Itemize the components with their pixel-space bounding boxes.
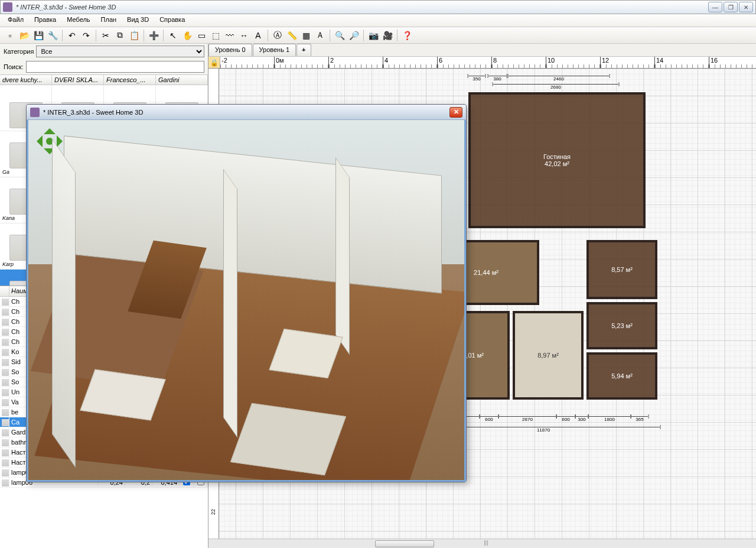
view3d-titlebar[interactable]: * INTER_3.sh3d - Sweet Home 3D ✕ bbox=[27, 105, 466, 120]
row-icon bbox=[0, 458, 9, 466]
room-5[interactable]: 5,23 м² bbox=[586, 302, 657, 349]
new-file-icon[interactable]: ▫ bbox=[4, 29, 17, 42]
dim-b-6: 365 bbox=[631, 416, 648, 423]
room-living[interactable]: Гостиная 42,02 м² bbox=[468, 92, 646, 228]
toolbar-separator bbox=[268, 30, 268, 41]
ruler-tick-6: 10 bbox=[546, 57, 601, 68]
numbers-icon[interactable]: Ⓐ bbox=[271, 29, 284, 42]
row-icon bbox=[0, 317, 9, 326]
toolbar-separator bbox=[397, 30, 397, 41]
level-tabs: Уровень 0 Уровень 1 + bbox=[208, 44, 756, 57]
menu-правка[interactable]: Правка bbox=[29, 14, 61, 27]
row-icon bbox=[0, 357, 9, 366]
video-icon[interactable]: 🎥 bbox=[381, 29, 394, 42]
add-furniture-icon[interactable]: ➕ bbox=[147, 29, 160, 42]
room-icon[interactable]: ⬚ bbox=[209, 29, 222, 42]
toolbar-separator bbox=[144, 30, 144, 41]
row-icon bbox=[0, 367, 9, 376]
row-icon bbox=[0, 417, 9, 426]
room-area: 21,44 м² bbox=[474, 269, 498, 276]
horizontal-ruler: 🔒 -20м246810121416 bbox=[208, 57, 756, 69]
nav-left-icon[interactable] bbox=[31, 135, 43, 147]
row-icon bbox=[0, 387, 9, 396]
dim-top-1: 380 bbox=[488, 76, 506, 83]
category-select[interactable]: Все bbox=[36, 46, 204, 57]
save-icon[interactable]: 💾 bbox=[32, 29, 45, 42]
nav-up-icon[interactable] bbox=[44, 122, 56, 134]
vruler-tick: 22 bbox=[210, 509, 216, 515]
open-icon[interactable]: 📂 bbox=[18, 29, 31, 42]
minimize-button[interactable]: — bbox=[708, 2, 722, 12]
menu-мебель[interactable]: Мебель bbox=[61, 14, 95, 27]
toolbar-separator bbox=[62, 30, 63, 41]
pan-icon[interactable]: ✋ bbox=[181, 29, 194, 42]
boxes-icon[interactable]: ▦ bbox=[299, 29, 312, 42]
text-icon[interactable]: A bbox=[252, 29, 265, 42]
app-icon bbox=[3, 2, 12, 12]
maximize-button[interactable]: ❐ bbox=[724, 2, 738, 12]
level-tab-1[interactable]: Уровень 1 bbox=[253, 44, 296, 56]
ruler-tick-1: 0м bbox=[275, 57, 329, 68]
dim-b-5: 1800 bbox=[589, 416, 630, 423]
row-icon bbox=[0, 478, 9, 487]
row-icon bbox=[0, 448, 9, 456]
search-row: Поиск: bbox=[0, 59, 208, 74]
paste-icon[interactable]: 📋 bbox=[128, 29, 141, 42]
category-row: Категория Все bbox=[0, 44, 208, 59]
dim-b-3: 600 bbox=[557, 416, 575, 423]
room-area: 42,02 м² bbox=[545, 160, 569, 167]
row-icon bbox=[0, 397, 9, 406]
search-input[interactable] bbox=[26, 61, 204, 73]
ruler-icon[interactable]: 📏 bbox=[285, 29, 298, 42]
zoom-out-icon[interactable]: 🔍 bbox=[333, 29, 346, 42]
room-6[interactable]: 5,94 м² bbox=[586, 352, 657, 400]
add-level-button[interactable]: + bbox=[296, 44, 311, 56]
menu-справка[interactable]: Справка bbox=[154, 14, 190, 27]
scrollbar-thumb[interactable] bbox=[375, 540, 434, 547]
wall3d-mid2 bbox=[335, 157, 350, 355]
text-style-icon[interactable]: Ａ bbox=[314, 29, 327, 42]
catalog-header-0[interactable]: dvere kuchy... bbox=[0, 75, 52, 85]
dim-b-1: 600 bbox=[480, 416, 498, 423]
catalog-header-3[interactable]: Gardini bbox=[156, 75, 208, 85]
room-4[interactable]: 8,97 м² bbox=[513, 311, 584, 400]
lock-icon[interactable]: 🔒 bbox=[208, 57, 220, 69]
horizontal-scrollbar[interactable]: ||| bbox=[208, 539, 756, 548]
dimension-icon[interactable]: ↔ bbox=[237, 29, 250, 42]
menu-файл[interactable]: Файл bbox=[2, 14, 29, 27]
view3d-close-button[interactable]: ✕ bbox=[449, 107, 462, 118]
copy-icon[interactable]: ⧉ bbox=[113, 29, 126, 42]
view3d-window[interactable]: * INTER_3.sh3d - Sweet Home 3D ✕ bbox=[26, 104, 467, 482]
catalog-headers: dvere kuchy...DVERI SKLA...Francesco_...… bbox=[0, 74, 208, 85]
row-icon bbox=[0, 468, 9, 476]
zoom-in-icon[interactable]: 🔎 bbox=[347, 29, 360, 42]
category-label: Категория bbox=[4, 48, 34, 55]
catalog-header-2[interactable]: Francesco_... bbox=[104, 75, 156, 85]
dim-top-3: 2680 bbox=[493, 84, 618, 91]
room-2[interactable]: 8,57 м² bbox=[586, 240, 657, 299]
toolbar-separator bbox=[363, 30, 364, 41]
photo-icon[interactable]: 📷 bbox=[367, 29, 380, 42]
preferences-icon[interactable]: 🔧 bbox=[46, 29, 59, 42]
level-tab-0[interactable]: Уровень 0 bbox=[208, 44, 252, 56]
search-label: Поиск: bbox=[4, 63, 24, 70]
dim-top-2: 2460 bbox=[509, 76, 609, 83]
polyline-icon[interactable]: 〰 bbox=[223, 29, 236, 42]
catalog-header-1[interactable]: DVERI SKLA... bbox=[52, 75, 104, 85]
undo-icon[interactable]: ↶ bbox=[66, 29, 79, 42]
toolbar-separator bbox=[96, 30, 96, 41]
redo-icon[interactable]: ↷ bbox=[80, 29, 93, 42]
menu-план[interactable]: План bbox=[96, 14, 122, 27]
dim-top-0: 350 bbox=[468, 76, 485, 83]
row-icon bbox=[0, 327, 9, 336]
view3d-canvas[interactable] bbox=[27, 120, 466, 482]
menu-вид 3d[interactable]: Вид 3D bbox=[122, 14, 154, 27]
select-icon[interactable]: ↖ bbox=[167, 29, 180, 42]
close-button[interactable]: ✕ bbox=[739, 2, 753, 12]
room-area: 8,97 м² bbox=[537, 352, 559, 359]
wall-icon[interactable]: ▭ bbox=[195, 29, 208, 42]
scroll-grip-icon: ||| bbox=[484, 540, 488, 546]
help-icon[interactable]: ❓ bbox=[400, 29, 413, 42]
cut-icon[interactable]: ✂ bbox=[99, 29, 112, 42]
main-titlebar: * INTER_3.sh3d - Sweet Home 3D — ❐ ✕ bbox=[0, 0, 756, 14]
